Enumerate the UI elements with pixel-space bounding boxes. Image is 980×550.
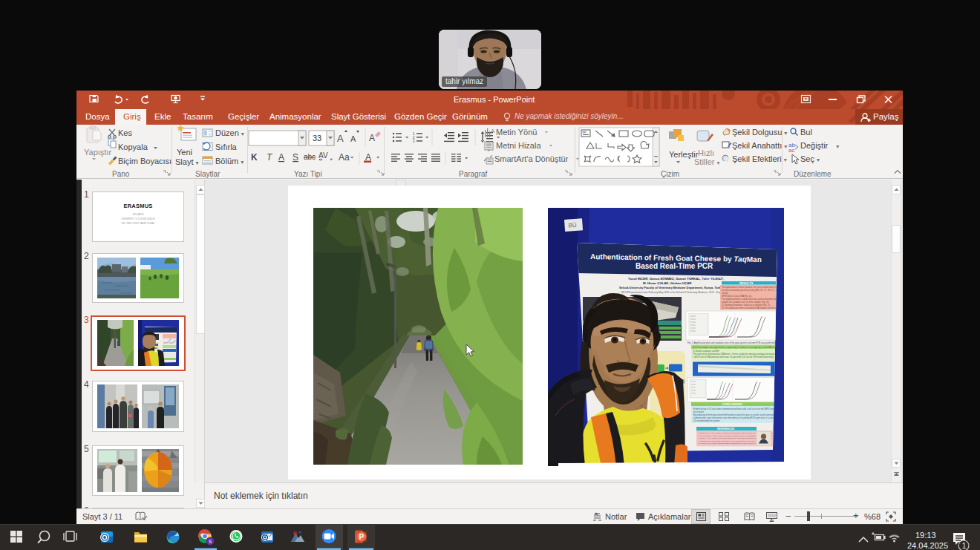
svg-text:Based Real-Time PCR: Based Real-Time PCR [636, 262, 713, 270]
svg-text:pH of the samples were goat ch: pH of the samples were goat cheese, resp… [693, 346, 782, 349]
svg-text:P: P [359, 533, 365, 541]
svg-text:control): control) [722, 292, 728, 295]
svg-text:5. Yilmaz T. et al (2024) TaqM: 5. Yilmaz T. et al (2024) TaqMan based i… [698, 442, 761, 445]
svg-text:(3) recommended this product: (3) recommended this product [693, 419, 720, 422]
svg-text:1: 1 [962, 542, 967, 550]
svg-text:AV: AV [318, 151, 328, 160]
svg-text:24.04.2025: 24.04.2025 [907, 541, 948, 550]
svg-text:qPCR with 0.5 ng/uL DNA (Fig.: qPCR with 0.5 ng/uL DNA (Fig. 1a) [722, 295, 751, 298]
svg-text:CONCLUSIONS: CONCLUSIONS [722, 403, 742, 406]
svg-text:Selcuk University Faculty of V: Selcuk University Faculty of Veterinary … [619, 286, 725, 289]
svg-text:REFERENCES: REFERENCES [717, 428, 735, 430]
svg-text:A: A [278, 152, 284, 163]
svg-text:(1) Sample analogue cow BIO: (1) Sample analogue cow BIO [693, 350, 719, 353]
svg-text:(2) The amplification were act: (2) The amplification were activated by … [722, 307, 784, 310]
svg-text:S: S [209, 539, 212, 544]
svg-text:authentication, want to be ent: authentication, want to be entries over … [693, 416, 778, 419]
svg-text:A: A [337, 133, 344, 144]
svg-text:K: K [251, 152, 258, 163]
svg-text:Aa: Aa [339, 152, 350, 163]
svg-text:T: T [267, 152, 273, 163]
svg-text:A: A [491, 128, 495, 134]
svg-text:abc: abc [304, 153, 316, 161]
svg-text:out and evaluated by specifici: out and evaluated by specificity testing… [722, 289, 784, 292]
svg-text:Metni Hizala: Metni Hizala [496, 141, 541, 150]
svg-text:The optimization of cheese imi: The optimization of cheese imitation; th… [722, 286, 784, 289]
svg-text:(~qPCR test of DNA substrate l: (~qPCR test of DNA substrate levels was … [693, 356, 774, 359]
svg-text:A: A [369, 133, 375, 143]
svg-text:samples the standard curve (r2: samples the standard curve (r2 of the sa… [722, 301, 769, 304]
svg-text:RESULTS: RESULTS [739, 281, 754, 285]
svg-text:A: A [298, 530, 302, 534]
svg-text:be increase: be increase [693, 410, 704, 413]
svg-text:S: S [293, 152, 298, 163]
svg-text:(1) Standard formulation; stat: (1) Standard formulation; stated out no … [722, 304, 770, 307]
svg-text:Metin Yönü: Metin Yönü [496, 128, 537, 137]
svg-text:SmartArt'a Dönüştür: SmartArt'a Dönüştür [494, 154, 569, 163]
svg-text:ac: ac [788, 147, 794, 154]
svg-text:BÜ: BÜ [568, 222, 577, 229]
svg-text:Evident by top of 1/1 was unde: Evident by top of 1/1 was under examined… [693, 407, 784, 410]
svg-text:A: A [350, 134, 356, 143]
svg-text:The result of the authenticati: The result of the authentication DNA lev… [693, 353, 775, 356]
svg-text:M. Hictar ÇULAK, Gürkan UÇAR: M. Hictar ÇULAK, Gürkan UÇAR [643, 281, 692, 285]
svg-text:By producing of fresh goat che: By producing of fresh goat cheese/milk p… [693, 413, 783, 416]
svg-text:B: B [293, 531, 297, 536]
svg-text:Yusuf INCER, Gonca SÖNMEZ, Gam: Yusuf INCER, Gonca SÖNMEZ, Gamze TURKAL,… [628, 277, 725, 281]
svg-text:Fig. 1. Amplification plots an: Fig. 1. Amplification plots and standard… [687, 341, 780, 344]
svg-text:3: 3 [413, 140, 415, 143]
svg-text:19:13: 19:13 [915, 531, 936, 540]
svg-text:33: 33 [313, 134, 321, 143]
svg-text:The amplification were scaled,: The amplification were scaled, which was… [722, 298, 784, 301]
